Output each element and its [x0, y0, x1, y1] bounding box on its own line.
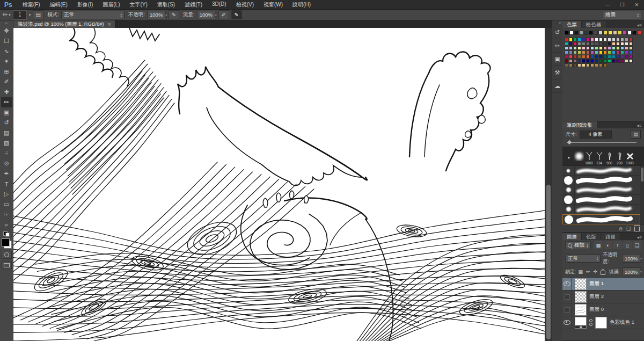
swatch[interactable] [577, 38, 581, 41]
swatch[interactable] [625, 42, 628, 46]
tab-檢色器[interactable]: 檢色器 [582, 21, 606, 28]
brush-tip-spike-200[interactable]: 200 [614, 151, 625, 165]
airbrush-toggle-button[interactable]: ✐ [218, 10, 229, 19]
layer-row[interactable]: 圖層 0 [562, 303, 644, 316]
layer-visibility-toggle[interactable] [562, 303, 572, 316]
swatch[interactable] [582, 63, 586, 67]
swatch[interactable] [599, 38, 603, 41]
layer-row[interactable]: 色彩填色 1 [562, 316, 644, 329]
swatch[interactable] [625, 55, 628, 59]
menu-編輯(E)[interactable]: 編輯(E) [45, 1, 72, 9]
brush-size-slider[interactable] [567, 140, 640, 146]
screen-mode-button[interactable] [2, 261, 12, 269]
layer-thumbnail[interactable] [575, 304, 587, 316]
brush-tip-fan-134[interactable]: 134 [594, 151, 604, 165]
tablet-pressure-size-button[interactable]: ✎ [231, 10, 242, 19]
swatch[interactable] [565, 38, 568, 41]
swatch[interactable] [599, 55, 603, 59]
swatch[interactable] [590, 59, 594, 63]
layer-row[interactable]: 圖層 2 [562, 291, 644, 303]
swatch[interactable] [623, 31, 627, 35]
swatch[interactable] [565, 31, 569, 35]
menu-文字(Y)[interactable]: 文字(Y) [125, 1, 152, 9]
swatch[interactable] [569, 38, 573, 41]
swatch[interactable] [629, 59, 633, 63]
filter-shape-layers-icon[interactable]: ▯ [623, 241, 632, 249]
brush-options-icon[interactable]: ⊘ [618, 226, 623, 231]
panel-menu-icon[interactable]: ▾≡ [635, 235, 644, 240]
swatch[interactable] [573, 50, 577, 54]
swatch[interactable] [603, 63, 607, 67]
menu-選取(S)[interactable]: 選取(S) [152, 1, 180, 9]
swatch[interactable] [599, 59, 603, 63]
brush-tool[interactable]: ✏ [1, 97, 12, 107]
layer-blend-mode-select[interactable]: 正常 ▴▾ [565, 255, 601, 263]
swatch[interactable] [586, 42, 590, 46]
magic-wand-tool[interactable]: ✶ [1, 56, 12, 67]
swatch[interactable] [603, 31, 608, 35]
swatch[interactable] [599, 50, 603, 54]
swatch[interactable] [629, 55, 633, 59]
brush-panel-icon[interactable]: ✏ [552, 39, 562, 53]
brush-preset-item[interactable] [562, 185, 640, 195]
dodge-tool[interactable]: ⊙ [1, 158, 12, 169]
menu-視窗(W)[interactable]: 視窗(W) [259, 1, 288, 9]
workspace-switcher[interactable]: 繪圖 ▴▾ [603, 11, 641, 19]
tab-色票[interactable]: 色票 [562, 21, 582, 28]
swatch[interactable] [573, 59, 577, 63]
filter-type-layers-icon[interactable]: T [613, 241, 622, 249]
zoom-tool[interactable]: ⌕ [1, 220, 12, 230]
brush-preset-item[interactable] [562, 166, 640, 176]
swatch[interactable] [608, 55, 611, 59]
swatch[interactable] [595, 38, 598, 41]
foreground-background-swatches[interactable] [2, 238, 12, 249]
tab-路徑[interactable]: 路徑 [601, 233, 620, 240]
hand-tool[interactable]: ☞ [1, 209, 12, 220]
layer-filter-select[interactable]: 種類 ▴▾ [565, 241, 591, 249]
swatch[interactable] [612, 46, 616, 50]
swatch[interactable] [603, 59, 607, 63]
swatch[interactable] [569, 59, 573, 63]
slider-knob[interactable] [567, 140, 572, 144]
lock-all-icon[interactable] [601, 271, 605, 275]
swatch[interactable] [577, 63, 581, 67]
marquee-tool[interactable]: ☐ [1, 36, 12, 46]
swatch[interactable] [595, 63, 598, 67]
swatch[interactable] [579, 31, 583, 35]
clone-stamp-tool[interactable]: ▣ [1, 107, 12, 118]
layer-fill-input[interactable]: 100% ▾ [622, 267, 641, 276]
path-selection-tool[interactable]: ▷ [1, 189, 12, 199]
swatch[interactable] [629, 50, 633, 54]
chevron-down-icon[interactable]: ▾ [165, 12, 167, 18]
swatch[interactable] [582, 50, 586, 54]
swatch[interactable] [569, 63, 573, 67]
swatch[interactable] [612, 42, 616, 46]
swatch[interactable] [565, 50, 568, 54]
swatch[interactable] [577, 46, 581, 50]
eyedropper-tool[interactable]: ✐ [1, 77, 12, 87]
menu-說明(H)[interactable]: 說明(H) [288, 1, 316, 9]
swatch[interactable] [603, 55, 607, 59]
swatch[interactable] [565, 59, 568, 63]
swatch[interactable] [594, 31, 598, 35]
scrollbar-thumb[interactable] [546, 185, 551, 339]
swatch[interactable] [608, 50, 611, 54]
smudge-tool[interactable]: ☟ [1, 148, 12, 158]
swatch[interactable] [608, 42, 611, 46]
flow-input[interactable]: 100% ▾ [197, 11, 216, 19]
swatch[interactable] [608, 59, 611, 63]
swatch[interactable] [603, 46, 607, 50]
swatch[interactable] [618, 31, 622, 35]
brush-list-scrollbar[interactable] [640, 166, 644, 224]
swatch[interactable] [595, 46, 598, 50]
swatch[interactable] [565, 46, 568, 50]
swatch[interactable] [613, 31, 617, 35]
tool-presets-panel-icon[interactable]: ⚒ [552, 66, 562, 79]
swatch[interactable] [599, 63, 603, 67]
tab-圖層[interactable]: 圖層 [562, 233, 582, 240]
lock-paint-icon[interactable]: ✏ [586, 269, 590, 274]
swatch[interactable] [589, 31, 593, 35]
swatch[interactable] [595, 59, 598, 63]
new-brush-icon[interactable]: ❏ [626, 226, 631, 231]
swatch[interactable] [616, 38, 620, 41]
